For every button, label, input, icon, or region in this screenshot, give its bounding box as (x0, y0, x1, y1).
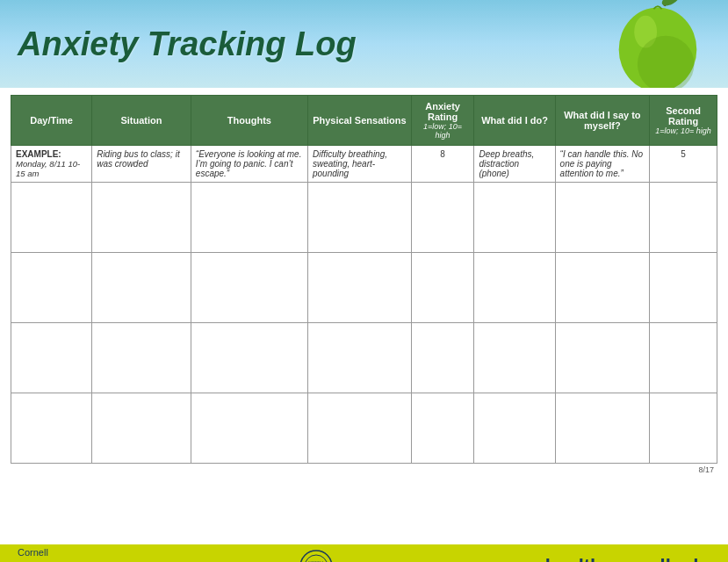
table-row (11, 323, 717, 393)
page-number: 8/17 (11, 464, 717, 476)
header: Anxiety Tracking Log (0, 0, 728, 88)
row4-situation (92, 393, 191, 464)
row2-second (650, 253, 717, 323)
row2-saytomyself (555, 253, 650, 323)
row4-thoughts (191, 393, 307, 464)
row4-saytomyself (555, 393, 650, 464)
row3-physical (307, 323, 411, 393)
table-header-row: Day/Time Situation Thoughts Physical Sen… (11, 96, 717, 146)
row4-physical (307, 393, 411, 464)
row2-physical (307, 253, 411, 323)
row3-situation (92, 323, 191, 393)
col-header-second: Second Rating 1=low; 10= high (650, 96, 717, 146)
page-title: Anxiety Tracking Log (18, 25, 357, 63)
row1-thoughts (191, 183, 307, 253)
footer-cornell-label: Cornell (18, 547, 87, 558)
example-second: 5 (650, 146, 717, 183)
svg-point-0 (660, 0, 681, 9)
col-header-thoughts: Thoughts (191, 96, 307, 146)
col-header-saytomyself: What did I say to myself? (555, 96, 650, 146)
row1-saytomyself (555, 183, 650, 253)
table-row-example: EXAMPLE: Monday, 8/11 10-15 am Riding bu… (11, 146, 717, 183)
example-saytomyself: “I can handle this. No one is paying att… (555, 146, 650, 183)
row3-second (650, 323, 717, 393)
example-physical: Difficulty breathing, sweating, heart-po… (307, 146, 411, 183)
example-whatdid: Deep breaths, distraction (phone) (474, 146, 555, 183)
table-row (11, 183, 717, 253)
footer-url-label: health.cornell.edu (545, 555, 710, 562)
table-row (11, 393, 717, 464)
row1-second (650, 183, 717, 253)
row1-physical (307, 183, 411, 253)
example-situation: Riding bus to class; it was crowded (92, 146, 191, 183)
example-anxiety: 8 (411, 146, 474, 183)
footer-health-label: Health (18, 558, 87, 562)
row3-whatdid (474, 323, 555, 393)
row3-saytomyself (555, 323, 650, 393)
row3-anxiety (411, 323, 474, 393)
row1-whatdid (474, 183, 555, 253)
row4-second (650, 393, 717, 464)
tracking-table: Day/Time Situation Thoughts Physical Sen… (11, 95, 717, 464)
footer-right: health.cornell.edu (545, 555, 710, 562)
footer-left: Cornell Health (18, 547, 87, 562)
col-header-anxiety: Anxiety Rating 1=low; 10= high (411, 96, 474, 146)
row1-anxiety (411, 183, 474, 253)
col-header-situation: Situation (92, 96, 191, 146)
row2-anxiety (411, 253, 474, 323)
table-row (11, 253, 717, 323)
row2-datetime (11, 253, 92, 323)
apple-illustration (605, 0, 710, 88)
col-header-physical: Physical Sensations (307, 96, 411, 146)
row2-whatdid (474, 253, 555, 323)
row4-datetime (11, 393, 92, 464)
col-header-datetime: Day/Time (11, 96, 92, 146)
row4-anxiety (411, 393, 474, 464)
example-thoughts: “Everyone is looking at me. I’m going to… (191, 146, 307, 183)
row3-thoughts (191, 323, 307, 393)
row4-whatdid (474, 393, 555, 464)
row1-situation (92, 183, 191, 253)
row3-datetime (11, 323, 92, 393)
footer-center: CORNELL UNIVERSITY EST. 1865 (299, 549, 334, 562)
row1-datetime (11, 183, 92, 253)
cornell-seal-icon: CORNELL UNIVERSITY EST. 1865 (299, 549, 334, 562)
row2-thoughts (191, 253, 307, 323)
main-content: Day/Time Situation Thoughts Physical Sen… (0, 88, 728, 544)
example-datetime: EXAMPLE: Monday, 8/11 10-15 am (11, 146, 92, 183)
row2-situation (92, 253, 191, 323)
footer: Cornell Health CORNELL UNIVERSITY EST. 1… (0, 544, 728, 562)
col-header-whatdid: What did I do? (474, 96, 555, 146)
